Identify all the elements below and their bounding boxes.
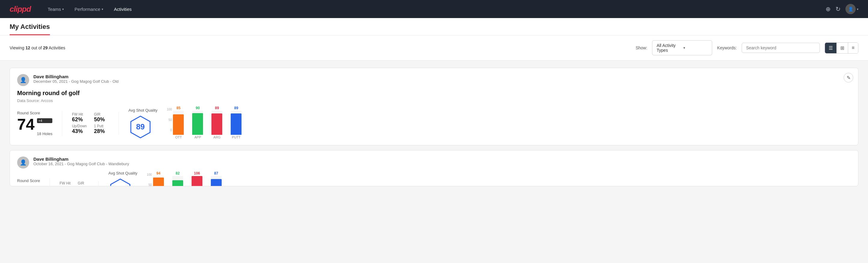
dropdown-arrow-icon: ▾: [683, 46, 708, 50]
stats-grid: FW Hit 43% GIR 56%: [60, 181, 89, 186]
nav-item-performance[interactable]: Performance ▾: [70, 4, 108, 14]
arg-label: ARG: [211, 136, 222, 139]
avatar-chevron-icon: ▾: [857, 7, 858, 11]
user-name: Dave Billingham: [33, 74, 119, 79]
show-label: Show:: [636, 46, 647, 50]
date-location: December 05, 2021 - Gog Magog Golf Club …: [33, 79, 119, 84]
view-list-dense-button[interactable]: ☰: [825, 43, 837, 53]
activity-card: 👤 Dave Billingham October 16, 2021 - Gog…: [10, 150, 858, 186]
activity-card: ✎ 👤 Dave Billingham December 05, 2021 - …: [10, 68, 858, 145]
avg-shot-label: Avg Shot Quality: [128, 108, 158, 113]
gir-stat: GIR 50%: [94, 112, 109, 123]
score-display: 74 +4 18 Holes: [17, 116, 52, 136]
round-score-label: Round Score: [17, 111, 52, 115]
nav-items: Teams ▾ Performance ▾ Activities: [43, 4, 826, 14]
logo[interactable]: clippd: [10, 4, 31, 14]
nav-item-teams[interactable]: Teams ▾: [43, 4, 69, 14]
shot-quality-chart: 100 50 0 85: [164, 108, 242, 139]
arg-bar: [211, 113, 222, 135]
view-grid-button[interactable]: ⊞: [837, 43, 848, 53]
round-score-label: Round Score: [17, 178, 40, 183]
filter-bar: Viewing 12 out of 29 Activities Show: Al…: [0, 35, 868, 60]
ott-bar: [173, 114, 184, 135]
arg-value: 89: [215, 106, 219, 110]
putt-value: 89: [234, 106, 238, 110]
app-value: 90: [196, 106, 200, 110]
avatar: 👤: [17, 74, 29, 86]
add-icon[interactable]: ⊕: [826, 5, 831, 12]
score-line: [17, 185, 29, 186]
ott-value: 85: [177, 106, 181, 110]
user-name: Dave Billingham: [33, 156, 129, 162]
ott-label: OTT: [173, 136, 184, 139]
stats-grid: FW Hit 62% GIR 50% Up/Down 43% 1 Putt 28…: [72, 112, 109, 135]
updown-stat: Up/Down 43%: [72, 124, 87, 135]
page-title: My Activities: [10, 23, 50, 35]
fw-hit-stat: FW Hit 62%: [72, 112, 87, 123]
edit-button[interactable]: ✎: [844, 73, 853, 83]
avatar: 👤: [17, 156, 29, 169]
app-label: APP: [192, 136, 203, 139]
putt-label: PUTT: [231, 136, 242, 139]
navigation: clippd Teams ▾ Performance ▾ Activities …: [0, 0, 868, 18]
nav-item-activities[interactable]: Activities: [109, 4, 136, 14]
fw-hit-stat: FW Hit 43%: [60, 181, 71, 186]
activity-title: Morning round of golf: [17, 90, 851, 96]
activity-type-dropdown[interactable]: All Activity Types ▾: [652, 40, 712, 55]
score-badge: +4: [37, 118, 52, 123]
search-input[interactable]: [742, 43, 820, 53]
shot-quality-chart: 100 50 0 94 82: [145, 173, 222, 186]
data-source: Data Source: Arccos: [17, 98, 851, 103]
avg-shot-hexagon: 89: [128, 115, 153, 139]
gir-stat: GIR 56%: [78, 181, 89, 186]
oneputt-stat: 1 Putt 28%: [94, 124, 109, 135]
view-mode-buttons: ☰ ⊞ ≡: [825, 42, 858, 54]
refresh-icon[interactable]: ↻: [836, 5, 841, 12]
main-content: ✎ 👤 Dave Billingham December 05, 2021 - …: [0, 60, 868, 198]
avg-shot-label: Avg Shot Quality: [108, 171, 137, 175]
keywords-label: Keywords:: [717, 46, 737, 50]
svg-marker-1: [111, 179, 130, 186]
nav-right: ⊕ ↻ 👤 ▾: [826, 4, 858, 14]
holes-count: 18 Holes: [37, 132, 52, 136]
view-list-compact-button[interactable]: ≡: [848, 43, 858, 53]
chevron-down-icon: ▾: [102, 7, 103, 11]
avg-shot-hexagon: [108, 178, 132, 186]
avatar[interactable]: 👤: [845, 4, 856, 14]
chevron-down-icon: ▾: [62, 7, 64, 11]
page-header: My Activities: [0, 18, 868, 35]
putt-bar: [231, 113, 242, 135]
app-bar: [192, 113, 203, 135]
date-location: October 16, 2021 - Gog Magog Golf Club -…: [33, 162, 129, 166]
viewing-text: Viewing 12 out of 29 Activities: [10, 46, 631, 50]
